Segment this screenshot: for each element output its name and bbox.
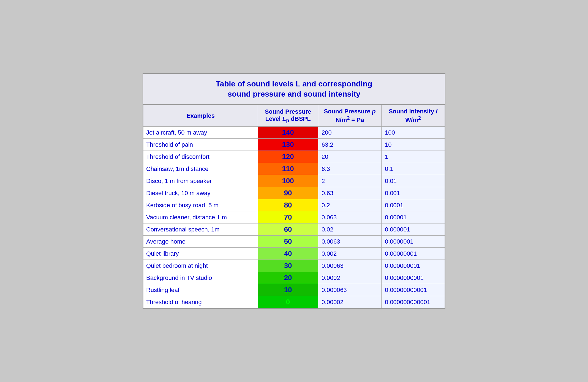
level-cell: 0 bbox=[258, 296, 318, 308]
intensity-cell: 0.0000001 bbox=[382, 236, 445, 248]
pressure-cell: 63.2 bbox=[318, 139, 382, 151]
table-row: Chainsaw, 1m distance1106.30.1 bbox=[143, 163, 445, 175]
level-cell: 80 bbox=[258, 199, 318, 211]
table-row: Jet aircraft, 50 m away140200100 bbox=[143, 127, 445, 139]
level-cell: 140 bbox=[258, 127, 318, 139]
main-table-wrapper: Table of sound levels L and correspondin… bbox=[143, 73, 445, 309]
level-cell: 50 bbox=[258, 236, 318, 248]
col-header-spl: Sound Pressure Level Lp dBSPL bbox=[258, 105, 318, 127]
example-cell: Background in TV studio bbox=[143, 272, 258, 284]
table-body: Jet aircraft, 50 m away140200100Threshol… bbox=[143, 127, 445, 308]
intensity-cell: 0.000001 bbox=[382, 223, 445, 236]
intensity-cell: 0.00000001 bbox=[382, 248, 445, 260]
table-row: Conversational speech, 1m600.020.000001 bbox=[143, 223, 445, 236]
intensity-cell: 0.001 bbox=[382, 187, 445, 199]
intensity-cell: 100 bbox=[382, 127, 445, 139]
intensity-cell: 0.00000000001 bbox=[382, 284, 445, 296]
table-row: Diesel truck, 10 m away900.630.001 bbox=[143, 187, 445, 199]
col-header-examples: Examples bbox=[143, 105, 258, 127]
table-title: Table of sound levels L and correspondin… bbox=[143, 74, 445, 105]
level-cell: 70 bbox=[258, 211, 318, 223]
pressure-cell: 0.0002 bbox=[318, 272, 382, 284]
intensity-cell: 10 bbox=[382, 139, 445, 151]
example-cell: Chainsaw, 1m distance bbox=[143, 163, 258, 175]
table-row: Kerbside of busy road, 5 m800.20.0001 bbox=[143, 199, 445, 211]
table-row: Threshold of hearing00.000020.0000000000… bbox=[143, 296, 445, 308]
table-row: Disco, 1 m from speaker10020.01 bbox=[143, 175, 445, 187]
table-row: Threshold of discomfort120201 bbox=[143, 151, 445, 163]
level-cell: 30 bbox=[258, 260, 318, 272]
level-cell: 10 bbox=[258, 284, 318, 296]
level-cell: 60 bbox=[258, 223, 318, 236]
intensity-cell: 1 bbox=[382, 151, 445, 163]
pressure-cell: 0.00063 bbox=[318, 260, 382, 272]
pressure-cell: 0.0063 bbox=[318, 236, 382, 248]
example-cell: Vacuum cleaner, distance 1 m bbox=[143, 211, 258, 223]
example-cell: Threshold of hearing bbox=[143, 296, 258, 308]
level-cell: 120 bbox=[258, 151, 318, 163]
col-header-intensity: Sound Intensity I W/m2 bbox=[382, 105, 445, 127]
example-cell: Quiet library bbox=[143, 248, 258, 260]
intensity-cell: 0.1 bbox=[382, 163, 445, 175]
table-row: Quiet library400.0020.00000001 bbox=[143, 248, 445, 260]
pressure-cell: 2 bbox=[318, 175, 382, 187]
example-cell: Quiet bedroom at night bbox=[143, 260, 258, 272]
level-cell: 40 bbox=[258, 248, 318, 260]
example-cell: Threshold of discomfort bbox=[143, 151, 258, 163]
table-row: Quiet bedroom at night300.000630.0000000… bbox=[143, 260, 445, 272]
table-row: Average home500.00630.0000001 bbox=[143, 236, 445, 248]
table-row: Threshold of pain13063.210 bbox=[143, 139, 445, 151]
title-line2: sound pressure and sound intensity bbox=[228, 90, 360, 98]
pressure-cell: 0.00002 bbox=[318, 296, 382, 308]
level-cell: 20 bbox=[258, 272, 318, 284]
level-cell: 130 bbox=[258, 139, 318, 151]
header-row: Examples Sound Pressure Level Lp dBSPL S… bbox=[143, 105, 445, 127]
example-cell: Threshold of pain bbox=[143, 139, 258, 151]
pressure-cell: 0.63 bbox=[318, 187, 382, 199]
pressure-cell: 0.002 bbox=[318, 248, 382, 260]
pressure-cell: 0.02 bbox=[318, 223, 382, 236]
pressure-cell: 0.063 bbox=[318, 211, 382, 223]
pressure-cell: 0.2 bbox=[318, 199, 382, 211]
intensity-cell: 0.0001 bbox=[382, 199, 445, 211]
level-cell: 110 bbox=[258, 163, 318, 175]
table-row: Vacuum cleaner, distance 1 m700.0630.000… bbox=[143, 211, 445, 223]
sound-levels-table: Examples Sound Pressure Level Lp dBSPL S… bbox=[143, 105, 445, 308]
table-row: Background in TV studio200.00020.0000000… bbox=[143, 272, 445, 284]
pressure-cell: 6.3 bbox=[318, 163, 382, 175]
intensity-cell: 0.000000001 bbox=[382, 260, 445, 272]
pressure-cell: 0.000063 bbox=[318, 284, 382, 296]
pressure-cell: 200 bbox=[318, 127, 382, 139]
intensity-cell: 0.00001 bbox=[382, 211, 445, 223]
intensity-cell: 0.000000000001 bbox=[382, 296, 445, 308]
table-row: Rustling leaf100.0000630.00000000001 bbox=[143, 284, 445, 296]
title-line1: Table of sound levels L and correspondin… bbox=[216, 80, 372, 88]
example-cell: Disco, 1 m from speaker bbox=[143, 175, 258, 187]
example-cell: Rustling leaf bbox=[143, 284, 258, 296]
col-header-pressure: Sound Pressure p N/m2 = Pa bbox=[318, 105, 382, 127]
example-cell: Diesel truck, 10 m away bbox=[143, 187, 258, 199]
level-cell: 90 bbox=[258, 187, 318, 199]
example-cell: Average home bbox=[143, 236, 258, 248]
intensity-cell: 0.0000000001 bbox=[382, 272, 445, 284]
example-cell: Kerbside of busy road, 5 m bbox=[143, 199, 258, 211]
example-cell: Jet aircraft, 50 m away bbox=[143, 127, 258, 139]
intensity-cell: 0.01 bbox=[382, 175, 445, 187]
level-cell: 100 bbox=[258, 175, 318, 187]
example-cell: Conversational speech, 1m bbox=[143, 223, 258, 236]
pressure-cell: 20 bbox=[318, 151, 382, 163]
